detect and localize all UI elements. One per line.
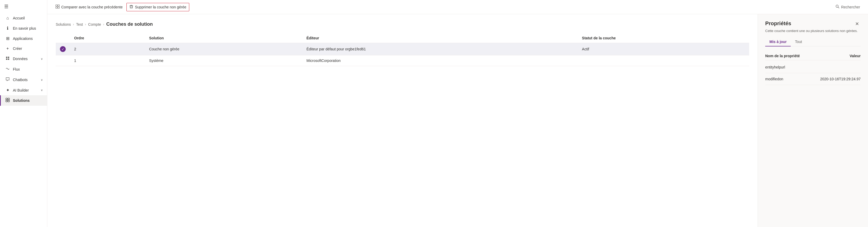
properties-table: Nom de la propriété Valeur entityhelpurl…	[765, 52, 861, 85]
chat-icon	[5, 77, 10, 82]
panel-subtitle: Cette couche contient une ou plusieurs s…	[765, 29, 861, 33]
breadcrumb: Solutions › Test › Compte › Couches de s…	[56, 22, 749, 27]
row-editeur: MicrosoftCorporation	[302, 55, 578, 66]
svg-rect-11	[58, 5, 59, 6]
svg-rect-1	[8, 57, 9, 58]
row-solution: Système	[145, 55, 302, 66]
panel-header: Propriétés ✕	[765, 21, 861, 27]
sidebar-item-en-savoir-plus[interactable]: ℹ En savoir plus	[0, 23, 47, 33]
breadcrumb-solutions[interactable]: Solutions	[56, 22, 71, 27]
sidebar-item-applications[interactable]: ⊞ Applications	[0, 33, 47, 44]
hamburger-icon[interactable]: ☰	[0, 0, 47, 13]
row-editeur: Éditeur par défaut pour orgbe1fed61	[302, 43, 578, 55]
sidebar-item-label: Accueil	[13, 16, 25, 20]
left-panel: Solutions › Test › Compte › Couches de s…	[47, 14, 757, 227]
info-icon: ℹ	[5, 26, 10, 31]
sidebar-item-chatbots[interactable]: Chatbots ∨	[0, 75, 47, 85]
col-editeur: Éditeur	[302, 33, 578, 43]
props-row: modifiedon 2020-10-16T19:29:24.97	[765, 73, 861, 85]
chevron-down-icon: ∨	[41, 57, 43, 61]
grid-icon: ⊞	[5, 36, 10, 41]
svg-rect-10	[56, 7, 57, 8]
sidebar-item-flux[interactable]: Flux	[0, 64, 47, 75]
check-icon: ✓	[60, 46, 66, 52]
main-area: Comparer avec la couche précédente Suppr…	[47, 0, 868, 227]
row-solution: Couche non gérée	[145, 43, 302, 55]
sidebar-item-creer[interactable]: + Créer	[0, 44, 47, 53]
panel-tabs: Mis à jour Tout	[765, 38, 861, 46]
row-statut: Actif	[578, 43, 749, 55]
svg-rect-6	[6, 100, 7, 102]
sidebar-item-label: En savoir plus	[13, 26, 36, 31]
table-row[interactable]: ✓ 2 Couche non gérée Éditeur par défaut …	[56, 43, 749, 55]
svg-rect-2	[6, 59, 7, 60]
data-icon	[5, 56, 10, 62]
panel-title: Propriétés	[765, 21, 791, 27]
close-button[interactable]: ✕	[854, 21, 861, 27]
compare-button[interactable]: Comparer avec la couche précédente	[53, 3, 125, 11]
prop-value: 2020-10-16T19:29:24.97	[813, 77, 861, 81]
sidebar-item-label: AI Builder	[13, 88, 29, 92]
sidebar-item-accueil[interactable]: ⌂ Accueil	[0, 13, 47, 23]
sidebar-item-label: Solutions	[13, 99, 30, 103]
prop-name: entityhelpurl	[765, 65, 813, 69]
sidebar-item-donnees[interactable]: Données ∨	[0, 53, 47, 64]
content-area: Solutions › Test › Compte › Couches de s…	[47, 14, 868, 227]
sidebar-item-label: Applications	[13, 36, 33, 41]
search-label: Rechercher	[841, 5, 860, 9]
svg-rect-12	[130, 5, 133, 6]
plus-icon: +	[5, 46, 10, 51]
delete-button[interactable]: Supprimer la couche non gérée	[126, 3, 189, 11]
svg-rect-7	[8, 100, 9, 102]
chevron-down-icon: ∨	[41, 88, 43, 92]
toolbar: Comparer avec la couche précédente Suppr…	[47, 0, 868, 14]
sidebar-item-label: Créer	[13, 46, 22, 51]
solution-layers-table: Ordre Solution Éditeur Statut de la couc…	[56, 33, 749, 66]
compare-button-label: Comparer avec la couche précédente	[61, 5, 123, 9]
ai-icon: ✦	[5, 88, 10, 92]
svg-rect-9	[58, 7, 59, 8]
props-col-value-header: Valeur	[813, 54, 861, 58]
svg-rect-0	[6, 57, 7, 58]
row-check: ✓	[56, 43, 70, 55]
breadcrumb-separator: ›	[73, 23, 74, 26]
row-check	[56, 55, 70, 66]
svg-rect-3	[8, 59, 9, 60]
svg-rect-8	[56, 5, 57, 6]
delete-button-label: Supprimer la couche non gérée	[135, 5, 186, 9]
flux-icon	[5, 67, 10, 72]
prop-name: modifiedon	[765, 77, 813, 81]
breadcrumb-compte[interactable]: Compte	[88, 22, 101, 27]
col-ordre: Ordre	[70, 33, 145, 43]
sidebar-item-label: Données	[13, 57, 28, 61]
col-checkbox	[56, 33, 70, 43]
solutions-icon	[5, 98, 10, 103]
svg-rect-4	[6, 98, 7, 100]
props-row: entityhelpurl	[765, 62, 861, 73]
breadcrumb-separator: ›	[103, 23, 104, 26]
row-statut	[578, 55, 749, 66]
home-icon: ⌂	[5, 16, 10, 21]
svg-rect-5	[8, 98, 9, 100]
sidebar: ☰ ⌂ Accueil ℹ En savoir plus ⊞ Applicati…	[0, 0, 47, 227]
search-button[interactable]: Rechercher	[833, 3, 863, 11]
row-ordre: 2	[70, 43, 145, 55]
tab-tout[interactable]: Tout	[791, 38, 806, 46]
props-col-name-header: Nom de la propriété	[765, 54, 813, 58]
search-icon	[835, 4, 840, 9]
page-title: Couches de solution	[106, 22, 153, 27]
compare-icon	[56, 4, 60, 9]
col-solution: Solution	[145, 33, 302, 43]
props-header: Nom de la propriété Valeur	[765, 52, 861, 60]
breadcrumb-test[interactable]: Test	[76, 22, 83, 27]
breadcrumb-separator: ›	[85, 23, 86, 26]
sidebar-item-solutions[interactable]: Solutions	[0, 95, 47, 106]
col-statut: Statut de la couche	[578, 33, 749, 43]
properties-panel: Propriétés ✕ Cette couche contient une o…	[757, 14, 868, 227]
table-row[interactable]: 1 Système MicrosoftCorporation	[56, 55, 749, 66]
svg-line-16	[838, 7, 839, 8]
trash-icon	[129, 5, 133, 9]
tab-mis-a-jour[interactable]: Mis à jour	[765, 38, 791, 46]
row-ordre: 1	[70, 55, 145, 66]
sidebar-item-ai-builder[interactable]: ✦ AI Builder ∨	[0, 85, 47, 95]
